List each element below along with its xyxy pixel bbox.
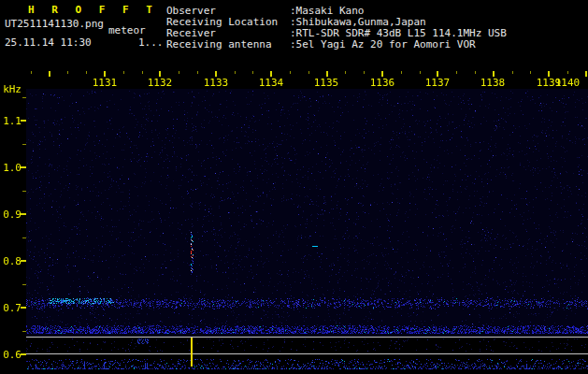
spectrogram-canvas — [21, 69, 588, 372]
freq-tick-label-0-9: 0.9 — [0, 209, 22, 221]
time-tick-label-1131: 1131 — [93, 78, 118, 89]
freq-tick-label-1-1: 1.1 — [0, 116, 22, 127]
freq-tick-label-0-7: 0.7 — [0, 303, 22, 314]
hrofft-window: H R O F F T UT2511141130.png meteor 25.1… — [0, 0, 588, 374]
freq-tick-label-1-0: 1.0 — [0, 163, 22, 174]
divider-line-lower — [26, 353, 588, 354]
observation-datetime: 25.11.14 11:30 — [5, 37, 92, 49]
meta-value-antenna: :5el Yagi Az 20 for Aomori VOR — [290, 39, 476, 50]
time-tick-label-1132: 1132 — [148, 78, 173, 89]
time-tick-label-1138: 1138 — [480, 78, 506, 89]
freq-tick-label-0-6: 0.6 — [0, 350, 22, 361]
time-tick-label-1140: 1140 — [555, 78, 581, 89]
time-tick-label-1137: 1137 — [425, 78, 451, 89]
time-tick-label-1135: 1135 — [314, 78, 339, 89]
app-title: H R O F F T — [28, 5, 158, 16]
time-tick-label-1136: 1136 — [370, 78, 395, 89]
meteor-echo-marker — [191, 338, 193, 367]
status-counter: 1... — [138, 37, 164, 49]
output-filename: UT2511141130.png — [5, 19, 104, 30]
meta-label-antenna: Receiving antenna — [166, 39, 272, 50]
time-tick-label-1134: 1134 — [259, 78, 284, 89]
freq-tick-label-0-8: 0.8 — [0, 256, 22, 267]
divider-line-upper — [26, 337, 588, 338]
khz-unit-label: kHz — [0, 84, 22, 95]
observation-mode: meteor — [108, 25, 146, 36]
time-tick-label-1133: 1133 — [204, 78, 229, 89]
